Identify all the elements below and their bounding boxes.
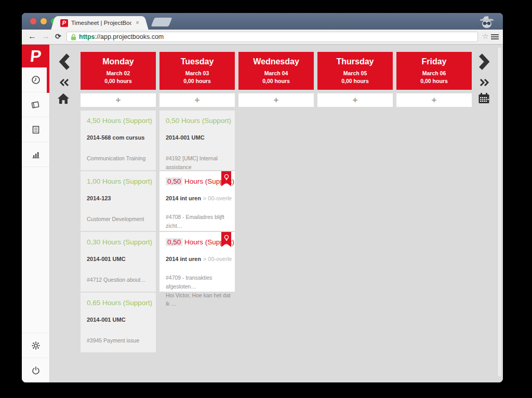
prev-month-button[interactable]: [59, 79, 70, 88]
timesheet-entry-card[interactable]: 4,50 Hours (Support) 2014-568 com cursus…: [81, 111, 156, 171]
entry-project: 2014 int uren> 00-overleg uren: [166, 256, 232, 262]
reload-button[interactable]: ⟳: [55, 32, 61, 40]
close-window-button[interactable]: [30, 18, 36, 24]
menu-icon[interactable]: [491, 34, 499, 40]
entry-project: 2014-001 UMC: [87, 256, 153, 262]
book-icon: [31, 100, 41, 109]
entry-subproject: > 00-overleg uren: [203, 256, 232, 262]
add-entry-button-thursday[interactable]: +: [317, 93, 393, 107]
day-header-wednesday[interactable]: Wednesday March 04 0,00 hours: [238, 52, 314, 90]
double-chevron-left-icon: [59, 79, 70, 86]
lock-icon: [71, 34, 76, 40]
double-chevron-right-icon: [479, 79, 489, 86]
timesheet-main: Monday March 02 0,00 hours + 4,50 Hours …: [50, 45, 503, 382]
tab-favicon-icon: P: [60, 19, 68, 27]
browser-toolbar: ← → ⟳ https://app.projectbooks.com ☆: [22, 30, 503, 45]
bookmark-star-icon[interactable]: ☆: [482, 32, 489, 41]
incognito-icon: [479, 15, 495, 31]
add-entry-button-friday[interactable]: +: [396, 93, 472, 107]
back-button[interactable]: ←: [28, 32, 36, 41]
entry-description: #4709 - transakties afgesloten…Hoi Victo…: [166, 273, 232, 308]
day-header-friday[interactable]: Friday March 06 0,00 hours: [396, 52, 472, 90]
entry-hours: 0,65 Hours (Support): [87, 299, 152, 307]
entry-hours: 0,30 Hours (Support): [87, 238, 152, 246]
app-logo[interactable]: P: [22, 45, 49, 67]
browser-tab[interactable]: P Timesheet | ProjectBooks ×: [56, 16, 143, 30]
timesheet-entry-card[interactable]: 0,65 Hours (Support) 2014-001 UMC #3945 …: [81, 293, 156, 353]
day-header-monday[interactable]: Monday March 02 0,00 hours: [81, 52, 156, 90]
entry-description: #3945 Payment issue: [87, 336, 153, 345]
sidebar-item-reports[interactable]: [22, 142, 49, 167]
entry-hours: 0,50 Hours (Support): [166, 117, 231, 125]
day-column-thursday: Thursday March 05 0,00 hours +: [317, 52, 393, 353]
app-sidebar: P: [22, 45, 50, 382]
browser-titlebar: P Timesheet | ProjectBooks ×: [22, 13, 503, 30]
sidebar-item-projects[interactable]: [22, 92, 49, 117]
entry-description: #4192 [UMC] Internal assistance: [166, 154, 232, 172]
clock-icon: [31, 75, 41, 85]
url-bar[interactable]: https://app.projectbooks.com: [66, 32, 478, 42]
entry-project: 2014-123: [87, 195, 153, 201]
home-button[interactable]: [57, 92, 70, 106]
prev-week-button[interactable]: [58, 53, 71, 73]
entry-project: 2014-001 UMC: [87, 317, 153, 323]
minimize-window-button[interactable]: [41, 18, 47, 24]
new-tab-button[interactable]: [151, 18, 172, 26]
timesheet-entry-card[interactable]: 0,50 Hours (Support) 2014 int uren> 00-o…: [159, 232, 235, 293]
entry-project: 2014-568 com cursus: [87, 134, 153, 141]
chevron-left-icon: [58, 53, 71, 71]
day-column-monday: Monday March 02 0,00 hours + 4,50 Hours …: [81, 52, 156, 353]
entry-description: #4712 Question about ..: [87, 276, 153, 284]
day-column-friday: Friday March 06 0,00 hours +: [396, 52, 472, 353]
entry-project: 2014 int uren> 00-overleg uren: [166, 195, 232, 201]
add-entry-button-tuesday[interactable]: +: [159, 93, 235, 107]
bar-chart-icon: [31, 150, 41, 159]
calendar-button[interactable]: [478, 92, 490, 106]
entry-hours: 0,50 Hours (Support): [166, 238, 234, 246]
tab-title: Timesheet | ProjectBooks: [71, 20, 131, 26]
next-week-button[interactable]: [478, 53, 490, 73]
timesheet-entry-card[interactable]: 0,30 Hours (Support) 2014-001 UMC #4712 …: [81, 232, 156, 293]
entry-hours: 0,50 Hours (Support): [166, 177, 234, 185]
timesheet-entry-card[interactable]: 1,00 Hours (Support) 2014-123 Customer D…: [81, 171, 156, 232]
day-column-tuesday: Tuesday March 03 0,00 hours + 0,50 Hours…: [159, 52, 235, 353]
add-entry-button-monday[interactable]: +: [81, 93, 156, 107]
document-icon: [31, 125, 41, 134]
timesheet-entry-card[interactable]: 0,50 Hours (Support) 2014 int uren> 00-o…: [159, 171, 235, 232]
next-month-button[interactable]: [479, 79, 489, 88]
day-column-wednesday: Wednesday March 04 0,00 hours +: [238, 52, 314, 353]
url-text: https://app.projectbooks.com: [79, 33, 164, 40]
entry-description: Communication Training: [87, 154, 153, 163]
entry-hours: 4,50 Hours (Support): [87, 117, 152, 125]
day-header-thursday[interactable]: Thursday March 05 0,00 hours: [317, 52, 393, 90]
sidebar-item-invoices[interactable]: [22, 117, 49, 142]
add-entry-button-wednesday[interactable]: +: [238, 93, 314, 107]
active-item-indicator: [47, 67, 49, 93]
sidebar-item-settings[interactable]: [22, 333, 49, 358]
entry-description: Customer Development: [87, 215, 153, 224]
content-scrollbar[interactable]: [497, 47, 502, 377]
sidebar-item-logout[interactable]: [22, 358, 49, 382]
forward-button[interactable]: →: [42, 32, 50, 41]
entry-project: 2014-001 UMC: [166, 134, 232, 141]
entry-subproject: > 00-overleg uren: [203, 195, 232, 201]
week-columns: Monday March 02 0,00 hours + 4,50 Hours …: [81, 52, 472, 353]
day-header-tuesday[interactable]: Tuesday March 03 0,00 hours: [159, 52, 235, 90]
calendar-icon: [478, 92, 490, 104]
tab-close-icon[interactable]: ×: [135, 19, 139, 26]
home-icon: [57, 92, 70, 104]
entry-hours: 1,00 Hours (Support): [87, 177, 152, 185]
power-icon: [31, 366, 41, 375]
browser-window: P Timesheet | ProjectBooks × ← → ⟳: [22, 13, 503, 382]
timesheet-entry-card[interactable]: 0,50 Hours (Support) 2014-001 UMC #4192 …: [159, 111, 235, 171]
chevron-right-icon: [478, 53, 490, 71]
gear-icon: [31, 341, 41, 350]
sidebar-item-timesheet[interactable]: [22, 67, 49, 92]
